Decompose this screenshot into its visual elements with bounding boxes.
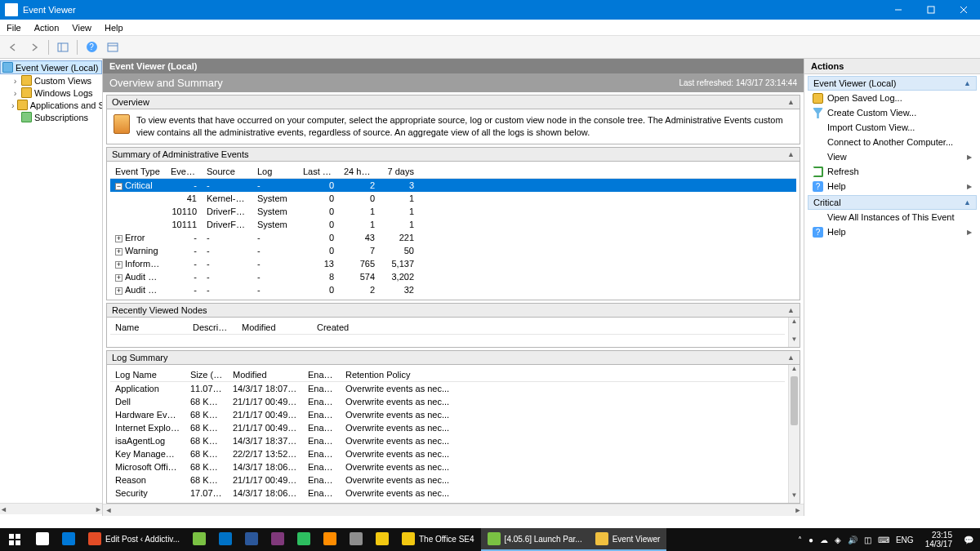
col-last-hour[interactable]: Last hour [298, 165, 339, 178]
logsummary-row[interactable]: Application11.07 MB/...14/3/17 18:07:41E… [110, 382, 785, 395]
summary-header[interactable]: Summary of Administrative Events▲ [107, 148, 800, 162]
collapse-icon[interactable]: − [115, 183, 122, 190]
logsummary-vscrollbar[interactable]: ▲▼ [788, 365, 800, 503]
collapse-icon[interactable]: ▲ [964, 79, 971, 87]
col-24-hours[interactable]: 24 hours [339, 165, 380, 178]
summary-row[interactable]: +Warning---0750 [110, 244, 796, 257]
taskbar-item[interactable] [186, 528, 212, 551]
col-description[interactable]: Description [188, 321, 237, 334]
col-event-id[interactable]: Event ID [166, 165, 202, 178]
action-refresh[interactable]: Refresh [808, 164, 977, 179]
start-button[interactable] [0, 528, 29, 551]
recent-vscrollbar[interactable]: ▲▼ [788, 318, 800, 347]
maximize-button[interactable] [915, 0, 947, 20]
taskbar-item[interactable] [343, 528, 369, 551]
taskbar-item-evernote[interactable] [291, 528, 317, 551]
logsummary-row[interactable]: isaAgentLog68 KB/1.0...14/3/17 18:37:42E… [110, 434, 785, 447]
overview-header[interactable]: Overview▲ [107, 96, 800, 109]
notifications-icon[interactable]: 💬 [964, 535, 973, 544]
menu-action[interactable]: Action [28, 21, 66, 34]
summary-row[interactable]: +Audit Failure---0232 [110, 283, 796, 296]
taskbar-item[interactable] [317, 528, 343, 551]
collapse-icon[interactable]: ▲ [964, 198, 971, 207]
expand-icon[interactable]: + [115, 261, 122, 269]
col-retention[interactable]: Retention Policy [341, 368, 455, 381]
center-hscrollbar[interactable]: ◄► [103, 504, 804, 516]
taskbar-item-outlook[interactable] [212, 528, 238, 551]
summary-row[interactable]: +Information---137655,137 [110, 257, 796, 270]
tray-icon[interactable]: ● [808, 535, 813, 544]
tray-volume-icon[interactable]: 🔊 [848, 535, 858, 544]
taskbar-item[interactable]: [4.05.6] Launch Par... [481, 528, 589, 551]
taskbar-item[interactable]: The Office SE4 [395, 528, 481, 551]
system-tray[interactable]: ˄ ● ☁ ◈ 🔊 ◫ ⌨ ENG 23:15 14/3/17 💬 [791, 531, 980, 549]
menu-help[interactable]: Help [98, 21, 130, 34]
action-help[interactable]: ?Help▶ [808, 224, 977, 239]
taskbar-item-chrome[interactable]: Edit Post ‹ Addictiv... [82, 528, 186, 551]
expand-icon[interactable]: + [115, 274, 122, 282]
close-button[interactable] [947, 0, 980, 20]
taskbar-item-onenote[interactable] [265, 528, 291, 551]
col-modified[interactable]: Modified [228, 368, 303, 381]
col-log[interactable]: Log [252, 165, 298, 178]
col-name[interactable]: Name [110, 321, 188, 334]
menu-file[interactable]: File [0, 21, 28, 34]
tray-keyboard-icon[interactable]: ⌨ [878, 535, 889, 544]
col-modified[interactable]: Modified [237, 321, 312, 334]
expand-icon[interactable]: + [115, 287, 122, 295]
taskbar-item-explorer[interactable] [369, 528, 395, 551]
col-size[interactable]: Size (Curr... [185, 368, 228, 381]
col-source[interactable]: Source [202, 165, 252, 178]
col-7-days[interactable]: 7 days [380, 165, 419, 178]
logsummary-row[interactable]: Dell68 KB/1.0...21/1/17 00:49:17EnabledO… [110, 395, 785, 408]
logsummary-row[interactable]: Key Management Service68 KB/20 ...22/2/1… [110, 447, 785, 460]
action-connect-to-another-computer[interactable]: Connect to Another Computer... [808, 135, 977, 149]
back-button[interactable] [3, 38, 23, 56]
collapse-icon[interactable]: ▲ [787, 306, 795, 314]
help-button[interactable]: ? [82, 38, 101, 56]
action-import-custom-view[interactable]: Import Custom View... [808, 120, 977, 135]
col-log-name[interactable]: Log Name [110, 368, 185, 381]
tray-power-icon[interactable]: ◫ [864, 535, 871, 544]
action-view-all-instances-of-this-event[interactable]: View All Instances of This Event [808, 210, 977, 224]
taskbar-item-start[interactable] [29, 528, 56, 551]
properties-button[interactable] [103, 38, 122, 56]
tree-item-windows-logs[interactable]: ›Windows Logs [0, 87, 102, 99]
minimize-button[interactable] [882, 0, 915, 20]
expand-icon[interactable]: + [115, 235, 122, 242]
col-event-type[interactable]: Event Type [110, 165, 166, 178]
tray-chevron-icon[interactable]: ˄ [798, 535, 802, 544]
tree-root[interactable]: Event Viewer (Local) [0, 60, 102, 74]
logsummary-header[interactable]: Log Summary▲ [107, 351, 800, 365]
actions-group1-header[interactable]: Event Viewer (Local)▲ [808, 76, 977, 91]
expand-icon[interactable]: › [11, 100, 15, 110]
taskbar-item-edge[interactable] [56, 528, 82, 551]
summary-row[interactable]: 10111DriverFramew...System011 [110, 218, 796, 231]
logsummary-row[interactable]: Internet Explorer68 KB/1.0...21/1/17 00:… [110, 421, 785, 434]
collapse-icon[interactable]: ▲ [787, 150, 795, 158]
action-help[interactable]: ?Help▶ [808, 179, 977, 193]
tray-network-icon[interactable]: ◈ [835, 535, 841, 544]
logsummary-row[interactable]: Microsoft Office Alerts68 KB/1.0...14/3/… [110, 460, 785, 473]
logsummary-row[interactable]: Hardware Events68 KB/20 ...21/1/17 00:49… [110, 408, 785, 421]
menu-view[interactable]: View [65, 21, 98, 34]
expand-icon[interactable]: › [11, 76, 19, 86]
tray-onedrive-icon[interactable]: ☁ [820, 535, 828, 544]
summary-row[interactable]: 41Kernel-PowerSystem001 [110, 192, 796, 205]
summary-row[interactable]: +Error---043221 [110, 231, 796, 244]
summary-row[interactable]: +Audit Success---85743,202 [110, 270, 796, 283]
forward-button[interactable] [24, 38, 44, 56]
expand-icon[interactable]: › [11, 88, 19, 98]
expand-icon[interactable]: + [115, 248, 122, 256]
taskbar-clock[interactable]: 23:15 14/3/17 [920, 531, 957, 549]
tree-item-custom-views[interactable]: ›Custom Views [0, 74, 102, 87]
logsummary-row[interactable]: Security17.07 MB/...14/3/17 18:06:49Enab… [110, 487, 785, 500]
recent-header[interactable]: Recently Viewed Nodes▲ [107, 304, 800, 318]
tree-hscrollbar[interactable]: ◄► [0, 503, 102, 514]
col-created[interactable]: Created [312, 321, 377, 334]
col-enabled[interactable]: Enabled [303, 368, 341, 381]
tray-language[interactable]: ENG [896, 535, 914, 544]
summary-row[interactable]: −Critical---023 [110, 179, 796, 192]
tree-item-subscriptions[interactable]: Subscriptions [0, 111, 102, 123]
action-open-saved-log[interactable]: Open Saved Log... [808, 91, 977, 105]
